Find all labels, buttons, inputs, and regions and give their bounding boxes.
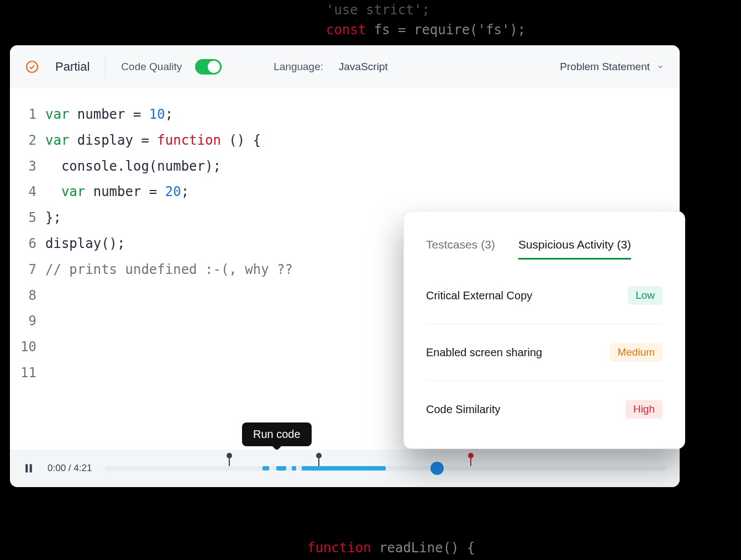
- severity-badge: Low: [628, 286, 663, 305]
- divider: [105, 55, 106, 78]
- playhead[interactable]: [430, 462, 444, 475]
- run-code-tooltip: Run code: [242, 422, 312, 446]
- code-line: var number = 10;: [45, 102, 293, 128]
- line-number: 6: [10, 231, 36, 257]
- code-content: var number = 10;var display = function (…: [45, 102, 293, 386]
- svg-rect-2: [30, 464, 32, 473]
- severity-badge: Medium: [609, 343, 663, 362]
- tab-suspicious-activity[interactable]: Suspicious Activity (3): [518, 238, 631, 260]
- code-line: display();: [45, 231, 293, 257]
- language-value: JavaScript: [339, 61, 388, 73]
- activity-label: Critical External Copy: [426, 289, 532, 302]
- activity-label: Enabled screen sharing: [426, 346, 542, 359]
- line-gutter: 1234567891011: [10, 102, 45, 386]
- pause-icon[interactable]: [23, 463, 34, 474]
- line-number: 2: [10, 128, 36, 154]
- background-code-line: const fs = require('fs');: [326, 22, 525, 38]
- line-number: 4: [10, 179, 36, 205]
- panel-header: Partial Code Quality Language: JavaScrip…: [10, 45, 680, 88]
- line-number: 7: [10, 257, 36, 283]
- alert-pin[interactable]: [470, 457, 471, 466]
- code-line: console.log(number);: [45, 154, 293, 179]
- activity-segment: [262, 466, 269, 471]
- line-number: 1: [10, 102, 36, 128]
- line-number: 3: [10, 154, 36, 179]
- line-number: 9: [10, 308, 36, 334]
- code-line: [45, 283, 293, 309]
- line-number: 8: [10, 283, 36, 309]
- code-line: var display = function () {: [45, 128, 293, 154]
- tab-testcases[interactable]: Testcases (3): [426, 238, 495, 260]
- activity-label: Code Similarity: [426, 403, 500, 416]
- activity-row[interactable]: Code SimilarityHigh: [426, 381, 663, 437]
- activity-segment: [302, 466, 386, 471]
- line-number: 10: [10, 334, 36, 360]
- code-line: };: [45, 205, 293, 231]
- problem-statement-label: Problem Statement: [560, 61, 650, 73]
- code-line: var number = 20;: [45, 179, 293, 205]
- background-code-line: 'use strict';: [326, 2, 430, 18]
- activity-row[interactable]: Enabled screen sharingMedium: [426, 324, 663, 381]
- line-number: 11: [10, 360, 36, 386]
- problem-statement-dropdown[interactable]: Problem Statement: [560, 61, 664, 73]
- playback-time: 0:00 / 4:21: [48, 463, 92, 474]
- activity-panel: Testcases (3)Suspicious Activity (3) Cri…: [403, 211, 685, 449]
- code-line: // prints undefined :-(, why ??: [45, 257, 293, 283]
- chevron-down-icon: [656, 63, 664, 71]
- playback-bar: 0:00 / 4:21: [10, 450, 680, 487]
- language-label: Language:: [274, 61, 323, 73]
- event-pin[interactable]: [229, 457, 230, 466]
- activity-segment: [276, 466, 286, 471]
- code-line: [45, 308, 293, 334]
- activity-row[interactable]: Critical External CopyLow: [426, 276, 663, 324]
- code-quality-label: Code Quality: [121, 61, 182, 73]
- event-pin[interactable]: [318, 457, 319, 466]
- playback-track[interactable]: [105, 466, 666, 471]
- activity-tabs: Testcases (3)Suspicious Activity (3): [426, 238, 663, 260]
- activity-segment: [292, 466, 296, 471]
- code-line: [45, 334, 293, 360]
- code-quality-toggle[interactable]: [195, 59, 222, 75]
- svg-rect-1: [25, 464, 28, 473]
- background-code-line: function readLine() {: [307, 540, 475, 556]
- partial-status-icon: [25, 60, 39, 73]
- code-line: [45, 360, 293, 386]
- line-number: 5: [10, 205, 36, 231]
- severity-badge: High: [626, 400, 663, 419]
- status-label: Partial: [55, 60, 90, 74]
